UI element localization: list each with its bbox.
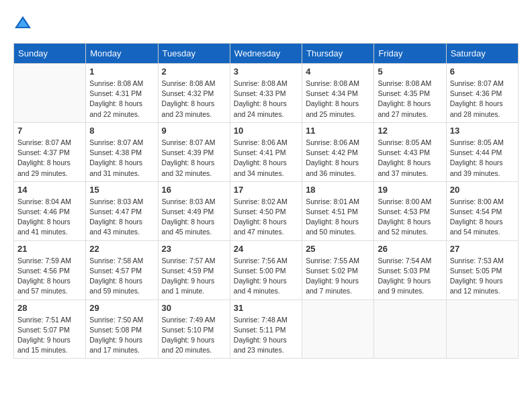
calendar-cell: 22Sunrise: 7:58 AMSunset: 4:57 PMDayligh…	[86, 240, 158, 300]
calendar-cell: 4Sunrise: 8:08 AMSunset: 4:34 PMDaylight…	[302, 64, 374, 123]
day-number: 14	[17, 185, 82, 195]
day-number: 16	[162, 185, 226, 195]
calendar-cell: 19Sunrise: 8:00 AMSunset: 4:53 PMDayligh…	[374, 181, 446, 240]
day-number: 26	[378, 244, 442, 254]
day-info: Sunrise: 8:06 AMSunset: 4:42 PMDaylight:…	[306, 138, 370, 179]
calendar-cell: 6Sunrise: 8:07 AMSunset: 4:36 PMDaylight…	[446, 64, 518, 123]
day-number: 20	[450, 185, 515, 195]
calendar-cell: 14Sunrise: 8:04 AMSunset: 4:46 PMDayligh…	[14, 181, 86, 240]
calendar-cell: 26Sunrise: 7:54 AMSunset: 5:03 PMDayligh…	[374, 240, 446, 300]
day-info: Sunrise: 8:05 AMSunset: 4:43 PMDaylight:…	[378, 138, 442, 179]
day-info: Sunrise: 7:54 AMSunset: 5:03 PMDaylight:…	[378, 256, 442, 297]
day-info: Sunrise: 8:02 AMSunset: 4:50 PMDaylight:…	[234, 197, 298, 238]
day-number: 18	[306, 185, 370, 195]
day-info: Sunrise: 8:07 AMSunset: 4:39 PMDaylight:…	[162, 138, 226, 179]
calendar-cell: 27Sunrise: 7:53 AMSunset: 5:05 PMDayligh…	[446, 240, 518, 300]
calendar-cell: 31Sunrise: 7:48 AMSunset: 5:11 PMDayligh…	[230, 300, 302, 359]
day-info: Sunrise: 7:50 AMSunset: 5:08 PMDaylight:…	[89, 315, 154, 356]
day-info: Sunrise: 8:03 AMSunset: 4:47 PMDaylight:…	[89, 197, 154, 238]
logo-icon	[13, 13, 32, 32]
week-row-2: 7Sunrise: 8:07 AMSunset: 4:37 PMDaylight…	[14, 122, 519, 181]
day-number: 19	[378, 185, 442, 195]
day-info: Sunrise: 8:08 AMSunset: 4:35 PMDaylight:…	[378, 79, 442, 120]
day-info: Sunrise: 8:07 AMSunset: 4:36 PMDaylight:…	[450, 79, 515, 120]
calendar-cell: 13Sunrise: 8:05 AMSunset: 4:44 PMDayligh…	[446, 122, 518, 181]
week-row-3: 14Sunrise: 8:04 AMSunset: 4:46 PMDayligh…	[14, 181, 519, 240]
day-number: 31	[234, 303, 298, 313]
calendar-cell	[302, 300, 374, 359]
calendar-cell: 28Sunrise: 7:51 AMSunset: 5:07 PMDayligh…	[14, 300, 86, 359]
weekday-header-thursday: Thursday	[302, 44, 374, 64]
day-number: 5	[378, 66, 442, 77]
day-info: Sunrise: 7:56 AMSunset: 5:00 PMDaylight:…	[234, 256, 298, 297]
day-info: Sunrise: 8:08 AMSunset: 4:32 PMDaylight:…	[162, 79, 226, 120]
day-number: 23	[162, 244, 226, 254]
day-info: Sunrise: 8:00 AMSunset: 4:54 PMDaylight:…	[450, 197, 515, 238]
weekday-header-sunday: Sunday	[14, 44, 86, 64]
calendar-cell: 7Sunrise: 8:07 AMSunset: 4:37 PMDaylight…	[14, 122, 86, 181]
day-info: Sunrise: 8:07 AMSunset: 4:38 PMDaylight:…	[89, 138, 154, 179]
day-number: 27	[450, 244, 515, 254]
calendar-cell: 9Sunrise: 8:07 AMSunset: 4:39 PMDaylight…	[158, 122, 230, 181]
day-info: Sunrise: 8:04 AMSunset: 4:46 PMDaylight:…	[17, 197, 82, 238]
calendar-cell: 8Sunrise: 8:07 AMSunset: 4:38 PMDaylight…	[86, 122, 158, 181]
logo	[13, 13, 35, 32]
calendar-cell: 24Sunrise: 7:56 AMSunset: 5:00 PMDayligh…	[230, 240, 302, 300]
calendar-cell: 20Sunrise: 8:00 AMSunset: 4:54 PMDayligh…	[446, 181, 518, 240]
day-info: Sunrise: 8:08 AMSunset: 4:34 PMDaylight:…	[306, 79, 370, 120]
day-number: 17	[234, 185, 298, 195]
calendar-cell: 5Sunrise: 8:08 AMSunset: 4:35 PMDaylight…	[374, 64, 446, 123]
calendar-cell: 15Sunrise: 8:03 AMSunset: 4:47 PMDayligh…	[86, 181, 158, 240]
day-info: Sunrise: 8:03 AMSunset: 4:49 PMDaylight:…	[162, 197, 226, 238]
weekday-header-tuesday: Tuesday	[158, 44, 230, 64]
day-number: 10	[234, 126, 298, 136]
day-number: 4	[306, 66, 370, 77]
weekday-header-monday: Monday	[86, 44, 158, 64]
weekday-header-row: SundayMondayTuesdayWednesdayThursdayFrid…	[14, 44, 519, 64]
day-number: 8	[89, 126, 154, 136]
day-info: Sunrise: 8:07 AMSunset: 4:37 PMDaylight:…	[17, 138, 82, 179]
week-row-4: 21Sunrise: 7:59 AMSunset: 4:56 PMDayligh…	[14, 240, 519, 300]
day-number: 1	[89, 66, 154, 77]
calendar-cell: 25Sunrise: 7:55 AMSunset: 5:02 PMDayligh…	[302, 240, 374, 300]
day-number: 2	[162, 66, 226, 77]
week-row-1: 1Sunrise: 8:08 AMSunset: 4:31 PMDaylight…	[14, 64, 519, 123]
calendar-cell: 16Sunrise: 8:03 AMSunset: 4:49 PMDayligh…	[158, 181, 230, 240]
day-number: 3	[234, 66, 298, 77]
calendar-cell: 21Sunrise: 7:59 AMSunset: 4:56 PMDayligh…	[14, 240, 86, 300]
calendar-cell: 10Sunrise: 8:06 AMSunset: 4:41 PMDayligh…	[230, 122, 302, 181]
calendar-cell: 11Sunrise: 8:06 AMSunset: 4:42 PMDayligh…	[302, 122, 374, 181]
day-info: Sunrise: 7:49 AMSunset: 5:10 PMDaylight:…	[162, 315, 226, 356]
day-info: Sunrise: 7:48 AMSunset: 5:11 PMDaylight:…	[234, 315, 298, 356]
day-info: Sunrise: 7:57 AMSunset: 4:59 PMDaylight:…	[162, 256, 226, 297]
day-number: 29	[89, 303, 154, 313]
weekday-header-friday: Friday	[374, 44, 446, 64]
day-info: Sunrise: 8:06 AMSunset: 4:41 PMDaylight:…	[234, 138, 298, 179]
calendar-cell: 17Sunrise: 8:02 AMSunset: 4:50 PMDayligh…	[230, 181, 302, 240]
calendar-cell: 12Sunrise: 8:05 AMSunset: 4:43 PMDayligh…	[374, 122, 446, 181]
calendar-cell: 29Sunrise: 7:50 AMSunset: 5:08 PMDayligh…	[86, 300, 158, 359]
week-row-5: 28Sunrise: 7:51 AMSunset: 5:07 PMDayligh…	[14, 300, 519, 359]
day-number: 24	[234, 244, 298, 254]
day-number: 6	[450, 66, 515, 77]
day-number: 13	[450, 126, 515, 136]
day-number: 12	[378, 126, 442, 136]
day-info: Sunrise: 8:05 AMSunset: 4:44 PMDaylight:…	[450, 138, 515, 179]
day-info: Sunrise: 7:58 AMSunset: 4:57 PMDaylight:…	[89, 256, 154, 297]
day-info: Sunrise: 8:08 AMSunset: 4:33 PMDaylight:…	[234, 79, 298, 120]
day-info: Sunrise: 8:01 AMSunset: 4:51 PMDaylight:…	[306, 197, 370, 238]
day-info: Sunrise: 8:08 AMSunset: 4:31 PMDaylight:…	[89, 79, 154, 120]
day-info: Sunrise: 7:53 AMSunset: 5:05 PMDaylight:…	[450, 256, 515, 297]
calendar-cell: 18Sunrise: 8:01 AMSunset: 4:51 PMDayligh…	[302, 181, 374, 240]
calendar-cell	[446, 300, 518, 359]
day-number: 25	[306, 244, 370, 254]
day-info: Sunrise: 7:59 AMSunset: 4:56 PMDaylight:…	[17, 256, 82, 297]
weekday-header-saturday: Saturday	[446, 44, 518, 64]
day-info: Sunrise: 8:00 AMSunset: 4:53 PMDaylight:…	[378, 197, 442, 238]
calendar-cell: 2Sunrise: 8:08 AMSunset: 4:32 PMDaylight…	[158, 64, 230, 123]
calendar-cell: 23Sunrise: 7:57 AMSunset: 4:59 PMDayligh…	[158, 240, 230, 300]
day-number: 15	[89, 185, 154, 195]
calendar-table: SundayMondayTuesdayWednesdayThursdayFrid…	[13, 43, 519, 359]
calendar-cell: 3Sunrise: 8:08 AMSunset: 4:33 PMDaylight…	[230, 64, 302, 123]
day-number: 28	[17, 303, 82, 313]
